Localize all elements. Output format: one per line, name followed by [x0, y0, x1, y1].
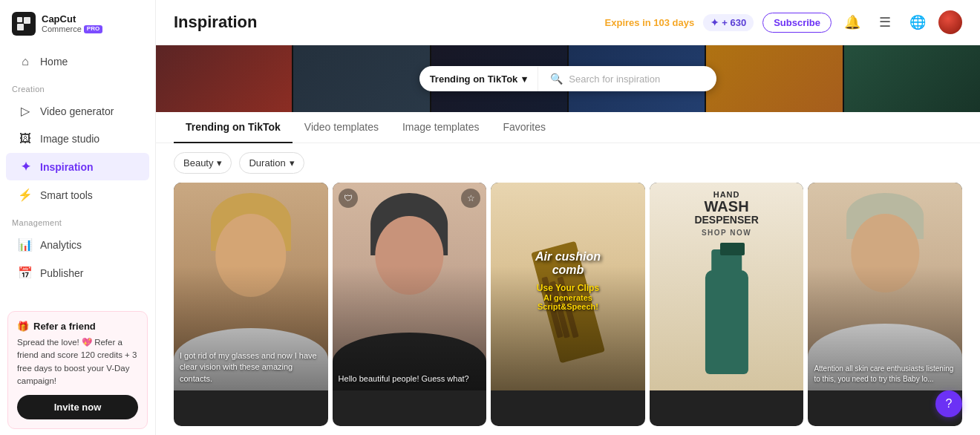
video-card-1-inner: I got rid of my glasses and now I have c… [174, 183, 328, 390]
video-card-5[interactable]: Attention all skin care enthusiasts list… [808, 183, 962, 426]
card-4-line3: DESPENSER [657, 214, 797, 226]
video-card-2-inner: 🛡 ☆ Hello beautiful people! Guess what? [333, 183, 487, 390]
card-4-line4: SHOP NOW [657, 229, 797, 237]
chevron-down-icon: ▾ [217, 157, 222, 169]
sidebar-item-analytics[interactable]: 📊 Analytics [6, 231, 149, 258]
invite-now-button[interactable]: Invite now [17, 395, 138, 419]
sidebar-item-home[interactable]: ⌂ Home [6, 48, 149, 75]
logo-sub-text: Commerce PRO [42, 24, 102, 33]
video-card-3[interactable]: Air cushion comb Use Your Clips AI gener… [491, 183, 645, 426]
subscribe-button[interactable]: Subscribe [762, 13, 832, 33]
language-button[interactable]: 🌐 [906, 10, 930, 34]
gift-icon: 🎁 [17, 321, 29, 332]
card-5-overlay [808, 183, 962, 390]
sidebar-item-inspiration[interactable]: ✦ Inspiration [6, 153, 149, 180]
sidebar-item-label: Video generator [40, 105, 114, 117]
filter-duration[interactable]: Duration ▾ [239, 152, 304, 174]
globe-icon: 🌐 [909, 14, 926, 30]
hero-thumb-1 [156, 45, 292, 112]
header-right: Expires in 103 days ✦ + 630 Subscribe 🔔 … [605, 10, 962, 34]
search-icon: 🔍 [550, 73, 563, 85]
card-4-line2: WASH [657, 199, 797, 214]
chevron-down-icon: ▾ [522, 73, 527, 85]
card-4-text: HAND WASH DESPENSER SHOP NOW [657, 190, 797, 237]
support-button[interactable]: ? [935, 390, 962, 417]
video-card-1[interactable]: I got rid of my glasses and now I have c… [174, 183, 328, 426]
hero-thumb-5 [706, 45, 842, 112]
question-mark-icon: ? [946, 397, 953, 411]
svg-rect-0 [17, 17, 22, 22]
user-avatar[interactable] [938, 10, 962, 34]
trending-label: Trending on TikTok [430, 73, 518, 85]
card-5-caption: Attention all skin care enthusiasts list… [814, 364, 956, 385]
card-1-caption: I got rid of my glasses and now I have c… [180, 350, 322, 385]
card-3-text: Air cushion comb Use Your Clips AI gener… [529, 250, 607, 311]
image-studio-icon: 🖼 [18, 132, 33, 145]
pro-badge: PRO [84, 25, 102, 33]
chevron-down-icon: ▾ [290, 157, 295, 169]
filters-bar: Beauty ▾ Duration ▾ [156, 143, 980, 183]
tab-video-templates[interactable]: Video templates [293, 112, 391, 143]
video-card-4-inner: HAND WASH DESPENSER SHOP NOW [650, 183, 804, 390]
sidebar-item-publisher[interactable]: 📅 Publisher [6, 259, 149, 287]
sidebar-item-label: Image studio [40, 133, 99, 145]
capcut-logo-icon [12, 12, 36, 36]
trending-dropdown[interactable]: Trending on TikTok ▾ [419, 67, 539, 91]
video-card-5-inner: Attention all skin care enthusiasts list… [808, 183, 962, 390]
logo-text: CapCut Commerce PRO [42, 14, 102, 33]
menu-icon: ☰ [879, 14, 891, 30]
card-3-sub2: AI generates Script&Speech! [529, 293, 607, 311]
analytics-icon: 📊 [18, 238, 33, 252]
credits-value: + 630 [722, 17, 746, 28]
video-card-2[interactable]: 🛡 ☆ Hello beautiful people! Guess what? [333, 183, 487, 426]
refer-friend-card: 🎁 Refer a friend Spread the love! 💖 Refe… [7, 311, 148, 429]
card-2-caption: Hello beautiful people! Guess what? [339, 373, 481, 385]
sidebar-navigation: ⌂ Home Creation ▷ Video generator 🖼 Imag… [0, 45, 155, 305]
main-content: Inspiration Expires in 103 days ✦ + 630 … [156, 0, 980, 435]
video-grid: I got rid of my glasses and now I have c… [156, 183, 980, 435]
management-section-label: Management [0, 209, 155, 230]
hero-banner: Trending on TikTok ▾ 🔍 Search for inspir… [156, 45, 980, 112]
sidebar-logo: CapCut Commerce PRO [0, 0, 155, 45]
expires-text: Expires in 103 days [605, 17, 695, 28]
main-header: Inspiration Expires in 103 days ✦ + 630 … [156, 0, 980, 45]
sidebar-item-image-studio[interactable]: 🖼 Image studio [6, 125, 149, 152]
home-icon: ⌂ [18, 55, 33, 68]
sidebar-item-label: Inspiration [40, 161, 94, 173]
tab-favorites[interactable]: Favorites [491, 112, 558, 143]
sidebar-item-label: Smart tools [40, 189, 93, 201]
menu-button[interactable]: ☰ [873, 10, 897, 34]
sidebar-item-label: Publisher [40, 267, 83, 279]
refer-text: Spread the love! 💖 Refer a friend and sc… [17, 336, 138, 387]
refer-title: 🎁 Refer a friend [17, 321, 138, 332]
publisher-icon: 📅 [18, 266, 33, 280]
bell-icon: 🔔 [844, 14, 860, 30]
video-card-4[interactable]: HAND WASH DESPENSER SHOP NOW [650, 183, 804, 426]
search-input-area[interactable]: 🔍 Search for inspiration [538, 66, 716, 91]
search-placeholder-text: Search for inspiration [569, 73, 660, 85]
svg-rect-2 [17, 24, 24, 30]
sidebar-item-smart-tools[interactable]: ⚡ Smart tools [6, 181, 149, 209]
card-2-shield-icon: 🛡 [339, 189, 358, 208]
filter-beauty[interactable]: Beauty ▾ [174, 152, 232, 174]
tab-image-templates[interactable]: Image templates [391, 112, 491, 143]
page-title: Inspiration [174, 13, 257, 32]
card-2-overlay [333, 183, 487, 390]
card-3-subtitle: Use Your Clips [529, 283, 607, 293]
sidebar-item-label: Analytics [40, 239, 82, 251]
svg-rect-1 [24, 17, 30, 24]
avatar-image [938, 10, 962, 34]
video-generator-icon: ▷ [18, 104, 33, 118]
creation-section-label: Creation [0, 76, 155, 97]
card-2-star-icon: ☆ [461, 189, 480, 208]
logo-main-text: CapCut [42, 14, 102, 24]
tab-trending[interactable]: Trending on TikTok [174, 112, 293, 143]
credits-badge: ✦ + 630 [703, 14, 754, 31]
hero-thumb-6 [844, 45, 980, 112]
hero-search-bar: Trending on TikTok ▾ 🔍 Search for inspir… [419, 66, 717, 91]
tabs-bar: Trending on TikTok Video templates Image… [156, 112, 980, 143]
notification-button[interactable]: 🔔 [840, 10, 864, 34]
inspiration-icon: ✦ [18, 160, 33, 174]
plus-icon: ✦ [710, 17, 719, 28]
sidebar-item-video-generator[interactable]: ▷ Video generator [6, 97, 149, 125]
